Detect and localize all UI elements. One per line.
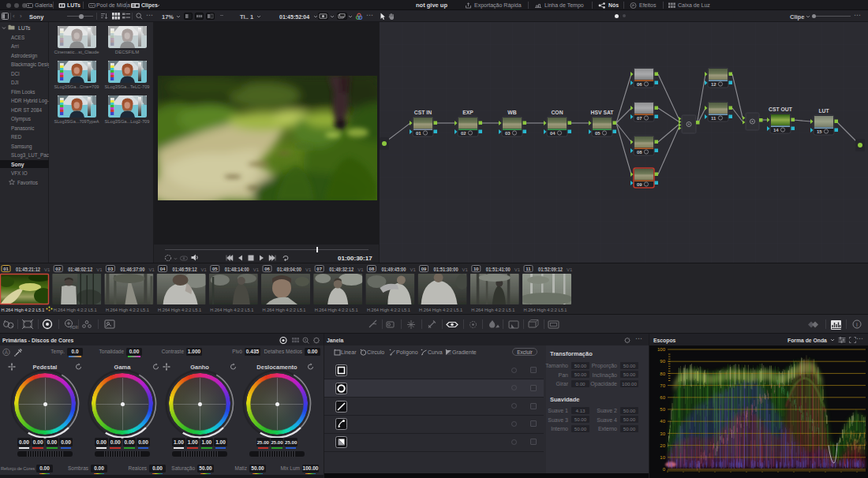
svg-text:01:49:04:00: 01:49:04:00 xyxy=(277,267,301,272)
svg-text:CST OUT: CST OUT xyxy=(769,106,793,112)
svg-text:15: 15 xyxy=(817,129,822,134)
svg-text:H.264 High 4:2:2 L5.1: H.264 High 4:2:2 L5.1 xyxy=(524,307,568,312)
svg-text:01:49:45:00: 01:49:45:00 xyxy=(381,267,406,272)
svg-text:40: 40 xyxy=(660,419,665,424)
svg-text:12: 12 xyxy=(711,82,716,87)
svg-text:V1: V1 xyxy=(201,267,208,272)
svg-text:01:51:41:00: 01:51:41:00 xyxy=(486,267,511,272)
svg-text:09: 09 xyxy=(421,267,427,271)
svg-text:Cinematic...st_Claude: Cinematic...st_Claude xyxy=(54,50,100,54)
svg-text:09: 09 xyxy=(637,182,642,187)
svg-text:100: 100 xyxy=(657,347,666,352)
svg-text:14: 14 xyxy=(773,128,779,133)
svg-text:08: 08 xyxy=(637,150,642,155)
svg-text:01:49:32:12: 01:49:32:12 xyxy=(329,267,354,272)
svg-text:WB: WB xyxy=(507,110,516,115)
svg-text:30: 30 xyxy=(660,431,665,436)
svg-text:HSV SAT: HSV SAT xyxy=(591,110,615,115)
svg-text:V1: V1 xyxy=(567,267,573,272)
svg-text:11: 11 xyxy=(711,116,716,121)
svg-text:20: 20 xyxy=(660,443,665,448)
svg-text:01:48:14:00: 01:48:14:00 xyxy=(225,267,249,272)
svg-text:V1: V1 xyxy=(462,267,469,272)
svg-text:H.264 High 4:2:2 L5.1: H.264 High 4:2:2 L5.1 xyxy=(210,307,254,312)
svg-text:H.264 High 4:2:2 L5.1: H.264 High 4:2:2 L5.1 xyxy=(471,307,515,312)
svg-text:60: 60 xyxy=(660,395,665,400)
svg-text:H.264 High 4:2:2 L5.1: H.264 High 4:2:2 L5.1 xyxy=(263,307,307,312)
svg-text:04: 04 xyxy=(550,131,556,136)
svg-text:H.264 High 4:2:2 L5.1: H.264 High 4:2:2 L5.1 xyxy=(419,307,463,312)
svg-text:04: 04 xyxy=(160,267,166,271)
svg-text:07: 07 xyxy=(637,116,642,121)
svg-text:06: 06 xyxy=(637,82,642,87)
svg-text:02: 02 xyxy=(461,131,466,136)
svg-text:01: 01 xyxy=(416,131,421,136)
svg-text:01:45:21:12: 01:45:21:12 xyxy=(16,267,40,272)
svg-text:11: 11 xyxy=(526,267,531,271)
svg-text:H.264 High 4:2:2 L5.1: H.264 High 4:2:2 L5.1 xyxy=(315,307,359,312)
svg-text:SLog3SGa...TeLC-709: SLog3SGa...TeLC-709 xyxy=(105,84,151,89)
svg-text:01:51:30:00: 01:51:30:00 xyxy=(434,267,458,272)
svg-text:V1: V1 xyxy=(357,267,364,272)
svg-text:CST IN: CST IN xyxy=(414,110,432,115)
svg-text:DECSFILM: DECSFILM xyxy=(115,50,139,54)
svg-text:V1: V1 xyxy=(305,267,312,272)
svg-text:H.264 High 4:2:2 L5.1: H.264 High 4:2:2 L5.1 xyxy=(2,307,46,312)
svg-text:V1: V1 xyxy=(514,267,521,272)
svg-text:70: 70 xyxy=(660,383,665,388)
svg-text:03: 03 xyxy=(108,267,114,271)
svg-text:i: i xyxy=(856,321,858,328)
svg-text:01:46:37:00: 01:46:37:00 xyxy=(120,267,144,272)
svg-text:V1: V1 xyxy=(44,267,51,272)
svg-text:05: 05 xyxy=(212,267,218,271)
svg-text:H.264 High 4:2:2 L5.1: H.264 High 4:2:2 L5.1 xyxy=(158,307,202,312)
svg-text:H.264 High 4:2:2 L5.1: H.264 High 4:2:2 L5.1 xyxy=(54,307,98,312)
svg-text:03: 03 xyxy=(505,131,511,136)
svg-text:08: 08 xyxy=(369,267,375,271)
svg-text:CON: CON xyxy=(551,110,563,115)
svg-text:01:52:09:12: 01:52:09:12 xyxy=(538,267,563,272)
svg-text:H.264 High 4:2:2 L5.1: H.264 High 4:2:2 L5.1 xyxy=(106,307,150,312)
svg-text:V1: V1 xyxy=(410,267,416,272)
svg-text:10: 10 xyxy=(660,455,665,460)
svg-text:V1: V1 xyxy=(96,267,103,272)
svg-text:06: 06 xyxy=(264,267,270,271)
svg-text:01:46:59:12: 01:46:59:12 xyxy=(173,267,197,272)
svg-text:80: 80 xyxy=(660,372,665,376)
svg-text:SLog3SGa...Log2-709: SLog3SGa...Log2-709 xyxy=(105,119,151,124)
svg-text:V1: V1 xyxy=(148,267,155,272)
svg-text:SLog3SGa...709TypeA: SLog3SGa...709TypeA xyxy=(54,119,99,124)
svg-text:LUT: LUT xyxy=(818,108,829,114)
svg-text:01: 01 xyxy=(3,267,9,271)
svg-text:EXP: EXP xyxy=(462,110,473,115)
svg-text:90: 90 xyxy=(660,359,665,364)
svg-text:V1: V1 xyxy=(253,267,260,272)
svg-text:02: 02 xyxy=(55,267,61,271)
svg-text:05: 05 xyxy=(595,131,600,136)
svg-text:H.264 High 4:2:2 L5.1: H.264 High 4:2:2 L5.1 xyxy=(367,307,411,312)
svg-text:10: 10 xyxy=(473,267,479,271)
svg-text:HDR: HDR xyxy=(70,326,78,330)
svg-text:01:46:02:12: 01:46:02:12 xyxy=(68,267,92,272)
svg-text:50: 50 xyxy=(660,407,665,412)
svg-text:SLog3SGa...Cine=709: SLog3SGa...Cine=709 xyxy=(54,84,100,89)
svg-text:07: 07 xyxy=(316,267,322,271)
